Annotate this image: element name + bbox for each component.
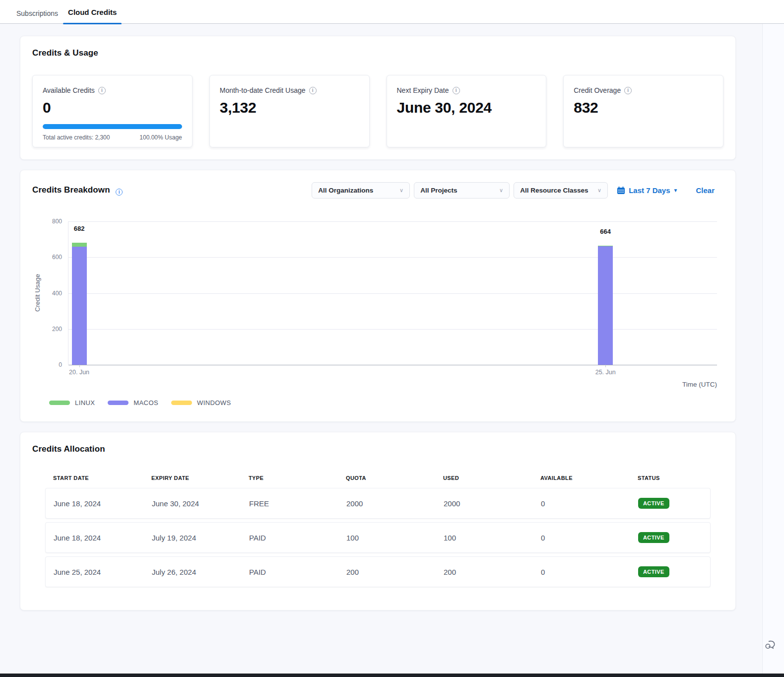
bar-segment-linux — [72, 243, 87, 247]
bar-segment-linux — [598, 246, 613, 246]
tab-cloud-credits-label: Cloud Credits — [68, 8, 117, 16]
gridline — [68, 329, 717, 330]
date-range-value: Last 7 Days — [629, 186, 670, 195]
cell-quota: 100 — [338, 534, 436, 542]
breakdown-filters: All Organizations ∨ All Projects ∨ All R… — [312, 182, 723, 199]
mtd-usage-label: Month-to-date Credit Usage — [220, 86, 306, 94]
stat-card-available-credits: Available Credits i 0 Total active credi… — [32, 75, 193, 147]
legend-swatch-macos — [108, 401, 129, 405]
status-badge: ACTIVE — [638, 532, 669, 543]
credits-usage-title: Credits & Usage — [32, 48, 723, 58]
breakdown-header: Credits Breakdown i All Organizations ∨ … — [32, 182, 723, 199]
credits-allocation-title: Credits Allocation — [32, 444, 723, 454]
column-header: USED — [435, 475, 532, 488]
resource-classes-dropdown-value: All Resource Classes — [520, 187, 588, 194]
date-range-picker[interactable]: Last 7 Days ▼ — [617, 186, 678, 195]
column-header: STATUS — [630, 475, 711, 488]
credits-usage-section: Credits & Usage Available Credits i 0 To… — [20, 36, 736, 160]
stat-label-row: Credit Overage i — [574, 86, 713, 94]
info-icon[interactable]: i — [453, 87, 460, 94]
chart-legend: LINUXMACOSWINDOWS — [49, 399, 723, 406]
main-content: Credits & Usage Available Credits i 0 To… — [20, 36, 736, 610]
cell-type: PAID — [241, 534, 338, 542]
gridline — [68, 293, 717, 294]
chart-row: Credit Usage 0200400600800 68220. Jun664… — [32, 221, 723, 365]
info-icon[interactable]: i — [309, 87, 317, 94]
right-rail — [762, 0, 784, 677]
legend-label: MACOS — [133, 399, 158, 406]
cell-start: June 18, 2024 — [46, 499, 144, 508]
breakdown-title-row: Credits Breakdown i — [32, 185, 123, 196]
credit-overage-value: 832 — [574, 99, 713, 116]
legend-item-linux[interactable]: LINUX — [49, 399, 95, 406]
bar-segment-macos — [598, 246, 613, 365]
allocation-table-header: START DATEEXPIRY DATETYPEQUOTAUSEDAVAILA… — [45, 475, 711, 488]
total-active-credits-text: Total active credits: 2,300 — [43, 134, 110, 141]
y-tick-label: 0 — [59, 361, 62, 368]
cell-type: PAID — [241, 568, 338, 576]
available-credits-value: 0 — [43, 99, 182, 116]
stat-card-mtd-usage: Month-to-date Credit Usage i 3,132 — [209, 75, 370, 147]
credits-breakdown-title: Credits Breakdown — [32, 185, 110, 195]
x-tick-mark — [79, 365, 80, 367]
credits-progress-bar — [43, 124, 182, 129]
stat-label-row: Month-to-date Credit Usage i — [220, 86, 359, 94]
active-tab-underline — [63, 23, 122, 24]
chevron-down-icon: ∨ — [399, 187, 403, 194]
bar-segment-macos — [72, 247, 87, 365]
info-icon[interactable]: i — [98, 87, 106, 94]
cell-available: 0 — [533, 568, 630, 576]
stacked-bar — [72, 221, 87, 365]
bar-value-label: 664 — [600, 228, 611, 235]
table-row: June 18, 2024June 30, 2024FREE200020000A… — [45, 488, 711, 519]
stat-footer: Total active credits: 2,300 100.00% Usag… — [43, 134, 182, 141]
gridline — [68, 221, 717, 222]
legend-item-windows[interactable]: WINDOWS — [171, 399, 231, 406]
chart-plot-area: 68220. Jun66425. Jun — [68, 221, 717, 365]
info-icon[interactable]: i — [116, 189, 123, 196]
status-badge: ACTIVE — [638, 498, 669, 509]
clear-filters-link[interactable]: Clear — [696, 186, 715, 195]
cell-status: ACTIVE — [630, 532, 710, 543]
stat-label-row: Available Credits i — [43, 86, 182, 94]
cell-quota: 2000 — [338, 499, 436, 508]
info-icon[interactable]: i — [624, 87, 632, 94]
cell-available: 0 — [533, 499, 630, 508]
bar-value-label: 682 — [74, 225, 85, 232]
column-header: QUOTA — [338, 475, 435, 488]
caret-down-icon: ▼ — [673, 188, 678, 193]
projects-dropdown[interactable]: All Projects ∨ — [414, 182, 510, 199]
legend-swatch-linux — [49, 401, 70, 405]
available-credits-label: Available Credits — [43, 86, 95, 94]
y-tick-label: 400 — [52, 290, 62, 297]
cell-type: FREE — [241, 499, 338, 508]
column-header: TYPE — [241, 475, 338, 488]
tab-subscriptions[interactable]: Subscriptions — [11, 2, 63, 23]
x-tick-mark — [605, 365, 606, 367]
organizations-dropdown[interactable]: All Organizations ∨ — [312, 182, 410, 199]
chevron-down-icon: ∨ — [499, 187, 503, 194]
credits-breakdown-section: Credits Breakdown i All Organizations ∨ … — [20, 170, 736, 422]
allocation-table-body: June 18, 2024June 30, 2024FREE200020000A… — [45, 488, 711, 587]
cell-start: June 18, 2024 — [46, 534, 144, 542]
mtd-usage-value: 3,132 — [220, 99, 359, 116]
usage-percent-text: 100.00% Usage — [139, 134, 182, 141]
resource-classes-dropdown[interactable]: All Resource Classes ∨ — [514, 182, 608, 199]
cell-used: 2000 — [436, 499, 533, 508]
table-row: June 25, 2024July 26, 2024PAID2002000ACT… — [45, 556, 711, 587]
stacked-bar — [598, 221, 613, 365]
bottom-bar — [0, 674, 784, 677]
projects-dropdown-value: All Projects — [420, 187, 457, 194]
cell-quota: 200 — [338, 568, 436, 576]
column-header: START DATE — [45, 475, 143, 488]
cell-status: ACTIVE — [630, 566, 710, 577]
chat-bubbles-icon[interactable] — [764, 638, 777, 651]
calendar-icon — [617, 186, 625, 195]
tab-cloud-credits[interactable]: Cloud Credits — [63, 1, 122, 23]
next-expiry-label: Next Expiry Date — [397, 86, 449, 94]
cell-status: ACTIVE — [630, 498, 710, 509]
legend-item-macos[interactable]: MACOS — [108, 399, 158, 406]
cell-used: 200 — [436, 568, 533, 576]
cell-used: 100 — [436, 534, 533, 542]
status-badge: ACTIVE — [638, 566, 669, 577]
